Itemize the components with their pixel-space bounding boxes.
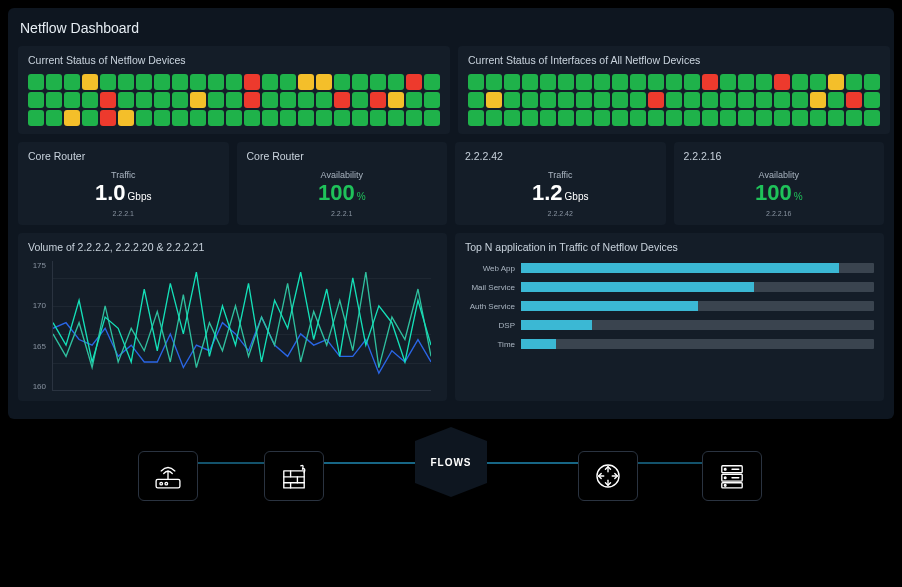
status-cell[interactable] xyxy=(406,92,422,108)
status-cell[interactable] xyxy=(226,74,242,90)
status-cell[interactable] xyxy=(136,110,152,126)
status-cell[interactable] xyxy=(846,92,862,108)
status-cell[interactable] xyxy=(244,110,260,126)
status-cell[interactable] xyxy=(316,74,332,90)
status-cell[interactable] xyxy=(468,110,484,126)
status-cell[interactable] xyxy=(136,74,152,90)
status-cell[interactable] xyxy=(612,92,628,108)
status-cell[interactable] xyxy=(576,74,592,90)
status-cell[interactable] xyxy=(154,110,170,126)
status-cell[interactable] xyxy=(190,92,206,108)
status-cell[interactable] xyxy=(702,74,718,90)
status-cell[interactable] xyxy=(244,74,260,90)
status-cell[interactable] xyxy=(298,74,314,90)
status-cell[interactable] xyxy=(810,74,826,90)
status-cell[interactable] xyxy=(46,74,62,90)
status-cell[interactable] xyxy=(280,92,296,108)
status-cell[interactable] xyxy=(190,110,206,126)
status-cell[interactable] xyxy=(334,74,350,90)
status-cell[interactable] xyxy=(612,110,628,126)
status-cell[interactable] xyxy=(522,74,538,90)
status-cell[interactable] xyxy=(792,110,808,126)
status-cell[interactable] xyxy=(352,110,368,126)
status-cell[interactable] xyxy=(540,74,556,90)
status-cell[interactable] xyxy=(810,92,826,108)
status-cell[interactable] xyxy=(262,110,278,126)
status-cell[interactable] xyxy=(522,92,538,108)
status-cell[interactable] xyxy=(100,74,116,90)
status-cell[interactable] xyxy=(666,110,682,126)
status-cell[interactable] xyxy=(540,92,556,108)
status-cell[interactable] xyxy=(702,110,718,126)
metric-card[interactable]: 2.2.2.16Availablity100%2.2.2.16 xyxy=(674,142,885,225)
status-cell[interactable] xyxy=(100,110,116,126)
status-cell[interactable] xyxy=(154,74,170,90)
status-cell[interactable] xyxy=(136,92,152,108)
status-cell[interactable] xyxy=(316,92,332,108)
status-cell[interactable] xyxy=(298,92,314,108)
status-cell[interactable] xyxy=(370,92,386,108)
status-cell[interactable] xyxy=(118,74,134,90)
status-cell[interactable] xyxy=(648,92,664,108)
status-cell[interactable] xyxy=(46,92,62,108)
status-cell[interactable] xyxy=(828,110,844,126)
status-cell[interactable] xyxy=(172,92,188,108)
status-cell[interactable] xyxy=(846,110,862,126)
status-cell[interactable] xyxy=(468,92,484,108)
status-cell[interactable] xyxy=(64,74,80,90)
status-cell[interactable] xyxy=(738,92,754,108)
status-cell[interactable] xyxy=(576,110,592,126)
status-cell[interactable] xyxy=(388,110,404,126)
status-cell[interactable] xyxy=(190,74,206,90)
status-cell[interactable] xyxy=(864,74,880,90)
status-cell[interactable] xyxy=(558,110,574,126)
status-cell[interactable] xyxy=(504,110,520,126)
status-cell[interactable] xyxy=(154,92,170,108)
status-cell[interactable] xyxy=(522,110,538,126)
status-cell[interactable] xyxy=(720,110,736,126)
server-device[interactable] xyxy=(702,451,762,501)
status-cell[interactable] xyxy=(594,74,610,90)
status-cell[interactable] xyxy=(774,110,790,126)
status-cell[interactable] xyxy=(846,74,862,90)
status-cell[interactable] xyxy=(504,92,520,108)
metric-card[interactable]: Core RouterTraffic1.0Gbps2.2.2.1 xyxy=(18,142,229,225)
status-cell[interactable] xyxy=(424,110,440,126)
status-cell[interactable] xyxy=(720,74,736,90)
status-cell[interactable] xyxy=(792,92,808,108)
status-cell[interactable] xyxy=(46,110,62,126)
status-cell[interactable] xyxy=(334,110,350,126)
status-cell[interactable] xyxy=(756,110,772,126)
status-cell[interactable] xyxy=(244,92,260,108)
status-cell[interactable] xyxy=(82,74,98,90)
status-cell[interactable] xyxy=(28,92,44,108)
status-cell[interactable] xyxy=(468,74,484,90)
status-cell[interactable] xyxy=(486,92,502,108)
status-cell[interactable] xyxy=(684,74,700,90)
status-cell[interactable] xyxy=(828,74,844,90)
switch-device[interactable] xyxy=(578,451,638,501)
status-cell[interactable] xyxy=(594,92,610,108)
status-cell[interactable] xyxy=(648,74,664,90)
status-cell[interactable] xyxy=(172,110,188,126)
status-cell[interactable] xyxy=(406,74,422,90)
status-cell[interactable] xyxy=(684,110,700,126)
status-cell[interactable] xyxy=(64,110,80,126)
status-cell[interactable] xyxy=(298,110,314,126)
metric-card[interactable]: 2.2.2.42Traffic1.2Gbps2.2.2.42 xyxy=(455,142,666,225)
status-cell[interactable] xyxy=(810,110,826,126)
status-cell[interactable] xyxy=(172,74,188,90)
status-cell[interactable] xyxy=(352,92,368,108)
status-cell[interactable] xyxy=(702,92,718,108)
status-cell[interactable] xyxy=(226,110,242,126)
status-cell[interactable] xyxy=(352,74,368,90)
status-cell[interactable] xyxy=(370,74,386,90)
flows-node[interactable]: FLOWS xyxy=(415,441,487,483)
status-cell[interactable] xyxy=(774,92,790,108)
status-cell[interactable] xyxy=(576,92,592,108)
status-cell[interactable] xyxy=(280,74,296,90)
status-cell[interactable] xyxy=(208,74,224,90)
status-cell[interactable] xyxy=(82,110,98,126)
status-cell[interactable] xyxy=(316,110,332,126)
status-cell[interactable] xyxy=(406,110,422,126)
